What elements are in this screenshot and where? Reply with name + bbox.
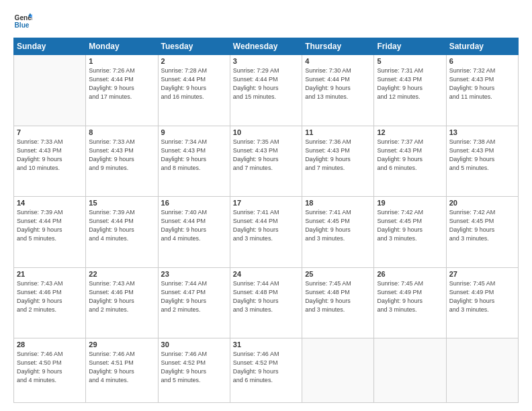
day-number: 11 <box>305 128 371 136</box>
day-info: Sunrise: 7:26 AM Sunset: 4:44 PM Dayligh… <box>89 66 154 101</box>
logo-icon: General Blue <box>13 12 32 31</box>
day-number: 4 <box>305 57 371 65</box>
calendar-week-3: 14Sunrise: 7:39 AM Sunset: 4:44 PM Dayli… <box>14 197 519 268</box>
calendar-cell <box>374 338 446 403</box>
day-info: Sunrise: 7:41 AM Sunset: 4:45 PM Dayligh… <box>305 208 371 243</box>
header: General Blue <box>13 12 519 31</box>
day-info: Sunrise: 7:28 AM Sunset: 4:44 PM Dayligh… <box>161 66 227 101</box>
logo: General Blue <box>13 12 32 31</box>
calendar-week-5: 28Sunrise: 7:46 AM Sunset: 4:50 PM Dayli… <box>14 338 519 403</box>
calendar-cell: 21Sunrise: 7:43 AM Sunset: 4:46 PM Dayli… <box>14 267 86 338</box>
day-info: Sunrise: 7:33 AM Sunset: 4:43 PM Dayligh… <box>17 138 83 173</box>
calendar-cell: 13Sunrise: 7:38 AM Sunset: 4:43 PM Dayli… <box>446 126 518 197</box>
day-number: 17 <box>233 199 299 207</box>
day-number: 31 <box>233 340 299 349</box>
calendar-table: SundayMondayTuesdayWednesdayThursdayFrid… <box>13 38 519 403</box>
calendar-week-2: 7Sunrise: 7:33 AM Sunset: 4:43 PM Daylig… <box>14 126 519 197</box>
day-info: Sunrise: 7:30 AM Sunset: 4:44 PM Dayligh… <box>305 66 371 101</box>
calendar-cell: 1Sunrise: 7:26 AM Sunset: 4:44 PM Daylig… <box>86 55 158 126</box>
day-info: Sunrise: 7:34 AM Sunset: 4:43 PM Dayligh… <box>161 138 227 173</box>
day-info: Sunrise: 7:35 AM Sunset: 4:43 PM Dayligh… <box>233 138 299 173</box>
weekday-tuesday: Tuesday <box>158 38 230 55</box>
calendar-cell: 12Sunrise: 7:37 AM Sunset: 4:43 PM Dayli… <box>374 126 446 197</box>
day-number: 7 <box>17 128 83 136</box>
day-number: 12 <box>377 128 443 136</box>
calendar-cell: 5Sunrise: 7:31 AM Sunset: 4:43 PM Daylig… <box>374 55 446 126</box>
calendar-cell: 14Sunrise: 7:39 AM Sunset: 4:44 PM Dayli… <box>14 197 86 268</box>
day-info: Sunrise: 7:39 AM Sunset: 4:44 PM Dayligh… <box>89 208 154 243</box>
day-info: Sunrise: 7:39 AM Sunset: 4:44 PM Dayligh… <box>17 208 83 243</box>
calendar-cell: 16Sunrise: 7:40 AM Sunset: 4:44 PM Dayli… <box>158 197 230 268</box>
calendar-cell <box>302 338 374 403</box>
day-info: Sunrise: 7:31 AM Sunset: 4:43 PM Dayligh… <box>377 66 443 101</box>
day-number: 23 <box>161 270 227 278</box>
calendar-cell: 11Sunrise: 7:36 AM Sunset: 4:43 PM Dayli… <box>302 126 374 197</box>
day-number: 30 <box>161 340 227 349</box>
calendar-cell: 28Sunrise: 7:46 AM Sunset: 4:50 PM Dayli… <box>14 338 86 403</box>
calendar-cell: 26Sunrise: 7:45 AM Sunset: 4:49 PM Dayli… <box>374 267 446 338</box>
day-info: Sunrise: 7:44 AM Sunset: 4:48 PM Dayligh… <box>233 279 299 314</box>
weekday-wednesday: Wednesday <box>230 38 302 55</box>
day-number: 28 <box>17 340 83 349</box>
day-number: 15 <box>89 199 154 207</box>
calendar-cell: 27Sunrise: 7:45 AM Sunset: 4:49 PM Dayli… <box>446 267 518 338</box>
day-number: 22 <box>89 270 154 278</box>
day-number: 9 <box>161 128 227 136</box>
day-number: 8 <box>89 128 154 136</box>
day-info: Sunrise: 7:37 AM Sunset: 4:43 PM Dayligh… <box>377 138 443 173</box>
day-number: 10 <box>233 128 299 136</box>
calendar-cell: 22Sunrise: 7:43 AM Sunset: 4:46 PM Dayli… <box>86 267 158 338</box>
day-info: Sunrise: 7:45 AM Sunset: 4:49 PM Dayligh… <box>449 279 515 314</box>
day-number: 29 <box>89 340 154 349</box>
calendar-cell: 4Sunrise: 7:30 AM Sunset: 4:44 PM Daylig… <box>302 55 374 126</box>
calendar-cell: 7Sunrise: 7:33 AM Sunset: 4:43 PM Daylig… <box>14 126 86 197</box>
calendar-cell: 6Sunrise: 7:32 AM Sunset: 4:43 PM Daylig… <box>446 55 518 126</box>
day-info: Sunrise: 7:45 AM Sunset: 4:48 PM Dayligh… <box>305 279 371 314</box>
weekday-header-row: SundayMondayTuesdayWednesdayThursdayFrid… <box>14 38 519 55</box>
day-number: 6 <box>449 57 515 65</box>
day-info: Sunrise: 7:46 AM Sunset: 4:51 PM Dayligh… <box>89 350 154 385</box>
weekday-thursday: Thursday <box>302 38 374 55</box>
calendar-cell <box>446 338 518 403</box>
day-info: Sunrise: 7:45 AM Sunset: 4:49 PM Dayligh… <box>377 279 443 314</box>
day-info: Sunrise: 7:43 AM Sunset: 4:46 PM Dayligh… <box>89 279 154 314</box>
day-info: Sunrise: 7:32 AM Sunset: 4:43 PM Dayligh… <box>449 66 515 101</box>
day-info: Sunrise: 7:41 AM Sunset: 4:44 PM Dayligh… <box>233 208 299 243</box>
day-number: 13 <box>449 128 515 136</box>
day-number: 2 <box>161 57 227 65</box>
day-number: 26 <box>377 270 443 278</box>
weekday-monday: Monday <box>86 38 158 55</box>
day-number: 19 <box>377 199 443 207</box>
weekday-sunday: Sunday <box>14 38 86 55</box>
day-number: 1 <box>89 57 154 65</box>
calendar-cell: 31Sunrise: 7:46 AM Sunset: 4:52 PM Dayli… <box>230 338 302 403</box>
calendar-cell: 8Sunrise: 7:33 AM Sunset: 4:43 PM Daylig… <box>86 126 158 197</box>
day-info: Sunrise: 7:38 AM Sunset: 4:43 PM Dayligh… <box>449 138 515 173</box>
day-info: Sunrise: 7:40 AM Sunset: 4:44 PM Dayligh… <box>161 208 227 243</box>
day-number: 3 <box>233 57 299 65</box>
day-number: 5 <box>377 57 443 65</box>
day-info: Sunrise: 7:33 AM Sunset: 4:43 PM Dayligh… <box>89 138 154 173</box>
day-number: 21 <box>17 270 83 278</box>
day-number: 25 <box>305 270 371 278</box>
day-info: Sunrise: 7:29 AM Sunset: 4:44 PM Dayligh… <box>233 66 299 101</box>
calendar-cell: 15Sunrise: 7:39 AM Sunset: 4:44 PM Dayli… <box>86 197 158 268</box>
day-number: 14 <box>17 199 83 207</box>
day-info: Sunrise: 7:42 AM Sunset: 4:45 PM Dayligh… <box>449 208 515 243</box>
day-info: Sunrise: 7:46 AM Sunset: 4:52 PM Dayligh… <box>233 350 299 385</box>
calendar-cell: 25Sunrise: 7:45 AM Sunset: 4:48 PM Dayli… <box>302 267 374 338</box>
calendar-cell: 20Sunrise: 7:42 AM Sunset: 4:45 PM Dayli… <box>446 197 518 268</box>
weekday-saturday: Saturday <box>446 38 518 55</box>
day-info: Sunrise: 7:46 AM Sunset: 4:52 PM Dayligh… <box>161 350 227 385</box>
page: General Blue SundayMondayTuesdayWednesda… <box>0 0 532 411</box>
calendar-cell: 17Sunrise: 7:41 AM Sunset: 4:44 PM Dayli… <box>230 197 302 268</box>
svg-text:Blue: Blue <box>15 21 30 29</box>
day-info: Sunrise: 7:43 AM Sunset: 4:46 PM Dayligh… <box>17 279 83 314</box>
day-number: 20 <box>449 199 515 207</box>
day-number: 24 <box>233 270 299 278</box>
calendar-week-1: 1Sunrise: 7:26 AM Sunset: 4:44 PM Daylig… <box>14 55 519 126</box>
calendar-cell: 3Sunrise: 7:29 AM Sunset: 4:44 PM Daylig… <box>230 55 302 126</box>
calendar-cell: 23Sunrise: 7:44 AM Sunset: 4:47 PM Dayli… <box>158 267 230 338</box>
calendar-week-4: 21Sunrise: 7:43 AM Sunset: 4:46 PM Dayli… <box>14 267 519 338</box>
calendar-cell: 9Sunrise: 7:34 AM Sunset: 4:43 PM Daylig… <box>158 126 230 197</box>
